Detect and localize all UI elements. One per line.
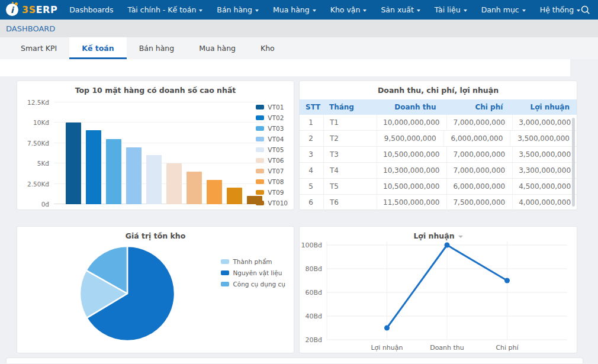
table-cell: 1 [300, 115, 323, 130]
nav-item-0[interactable]: Dashboards [69, 5, 113, 14]
pie-chart-legend: Thành phẩmNguyên vật liệuCông cụ dụng cụ [221, 258, 285, 288]
bar-VT03[interactable] [106, 139, 121, 204]
table-row[interactable]: 4T410,300,000,0007,000,000,0003,300,000,… [300, 163, 577, 179]
chevron-down-icon [255, 9, 259, 12]
legend-item-VT06[interactable]: VT06 [256, 157, 288, 164]
table-cell: 3,500,000,000 [510, 131, 577, 146]
table-cell: 4 [300, 163, 323, 178]
table-row[interactable]: 6T611,500,000,0007,500,000,0004,000,000,… [300, 195, 577, 211]
nav-item-1[interactable]: Tài chính - Kế toán [127, 5, 202, 14]
nav-item-label: Tài liệu [435, 5, 461, 14]
tab-3[interactable]: Mua hàng [187, 37, 248, 59]
legend-item-VT08[interactable]: VT08 [256, 178, 288, 185]
nav-item-5[interactable]: Sản xuất [381, 5, 420, 14]
table-row-partial [300, 211, 577, 217]
pie-chart [76, 243, 178, 344]
legend-swatch [221, 270, 229, 275]
legend-label: Công cụ dụng cụ [233, 281, 285, 288]
revenue-table: STTThángDoanh thuChi phíLợi nhuận 1T110,… [300, 99, 577, 217]
search-icon[interactable] [580, 5, 590, 15]
chevron-down-icon [522, 9, 526, 12]
table-header-cell[interactable]: Doanh thu [377, 99, 443, 115]
legend-item-VT07[interactable]: VT07 [256, 167, 288, 175]
nav-item-2[interactable]: Bán hàng [217, 5, 259, 14]
line-xtick-label: Doanh thu [430, 344, 464, 352]
table-cell: 3,300,000,000 [512, 163, 578, 178]
bar-VT02[interactable] [86, 130, 101, 204]
bar-VT05[interactable] [146, 155, 162, 204]
tab-0[interactable]: Smart KPI [8, 37, 69, 59]
legend-item-Nguyên vật liệu[interactable]: Nguyên vật liệu [221, 269, 285, 276]
chevron-down-icon [363, 9, 366, 12]
revenue-table-title: Doanh thu, chi phí, lợi nhuận [300, 86, 577, 95]
line-point-Chi phí[interactable] [504, 278, 510, 284]
legend-swatch [221, 282, 229, 286]
line-point-Doanh thu[interactable] [445, 243, 450, 248]
table-header-cell[interactable]: Chi phí [443, 99, 510, 115]
table-row[interactable]: 3T310,500,000,0007,000,000,0003,500,000,… [300, 147, 577, 163]
nav-item-8[interactable]: Hệ thống [540, 5, 580, 14]
nav-item-6[interactable]: Tài liệu [435, 5, 467, 14]
line-point-Lợi nhuận[interactable] [384, 326, 390, 331]
top-navbar: i 3SERP DashboardsTài chính - Kế toánBán… [0, 0, 598, 20]
line-ytick-label: 20Bđ [305, 336, 322, 344]
table-row[interactable]: 1T110,000,000,0007,000,000,0003,000,000,… [300, 115, 577, 131]
page-title: DASHBOARD [6, 24, 55, 33]
nav-item-4[interactable]: Kho vận [330, 5, 367, 14]
legend-item-Công cụ dụng cụ[interactable]: Công cụ dụng cụ [221, 281, 285, 288]
legend-label: VT04 [268, 136, 284, 143]
tab-1[interactable]: Kế toán [69, 37, 126, 59]
table-cell: T2 [323, 131, 377, 146]
nav-item-label: Bán hàng [217, 5, 252, 14]
legend-swatch [256, 158, 264, 163]
tab-4[interactable]: Kho [248, 37, 287, 59]
legend-item-VT01[interactable]: VT01 [256, 104, 288, 111]
brand-logo[interactable]: i 3SERP [6, 4, 57, 16]
nav-item-label: Kho vận [330, 5, 361, 14]
legend-item-VT09[interactable]: VT09 [256, 189, 288, 196]
table-row[interactable]: 5T510,500,000,0006,000,000,0004,500,000,… [300, 179, 577, 195]
bar-VT08[interactable] [207, 180, 222, 204]
table-cell [377, 211, 443, 218]
nav-item-3[interactable]: Mua hàng [273, 5, 316, 14]
table-cell: 5 [300, 179, 323, 194]
table-scrollbar[interactable] [572, 118, 575, 207]
legend-swatch [256, 147, 264, 152]
bar-ytick-label: 0đ [20, 201, 49, 208]
chevron-down-icon[interactable] [458, 236, 463, 238]
table-cell: 9,500,000,000 [377, 131, 443, 146]
legend-item-VT05[interactable]: VT05 [256, 146, 288, 153]
bar-series [66, 102, 266, 204]
table-cell: T5 [323, 179, 377, 194]
legend-item-Thành phẩm[interactable]: Thành phẩm [221, 258, 285, 265]
tab-2[interactable]: Bán hàng [127, 37, 187, 59]
bar-VT06[interactable] [166, 163, 182, 204]
table-row[interactable]: 2T29,500,000,0006,000,000,0003,500,000,0… [300, 131, 577, 147]
legend-swatch [221, 259, 229, 264]
table-header-cell[interactable]: STT [300, 99, 323, 115]
table-cell: 7,500,000,000 [446, 195, 512, 210]
legend-item-VT04[interactable]: VT04 [256, 136, 288, 143]
table-cell: 4,000,000,000 [512, 195, 578, 210]
legend-item-VT02[interactable]: VT02 [256, 114, 288, 121]
table-cell: 10,500,000,000 [377, 179, 446, 194]
bar-VT09[interactable] [227, 188, 242, 204]
bar-VT04[interactable] [126, 147, 142, 204]
table-cell: 7,000,000,000 [446, 115, 512, 130]
bar-VT01[interactable] [66, 123, 81, 204]
nav-item-label: Tài chính - Kế toán [127, 5, 196, 14]
bar-VT07[interactable] [187, 172, 202, 204]
legend-item-VT03[interactable]: VT03 [256, 125, 288, 132]
bar-chart-legend: VT01VT02VT03VT04VT05VT06VT07VT08VT09VT01… [256, 104, 288, 207]
table-body: 1T110,000,000,0007,000,000,0003,000,000,… [300, 115, 577, 217]
line-ytick-label: 100Bđ [301, 241, 322, 249]
table-header-cell[interactable]: Tháng [323, 99, 377, 115]
legend-item-VT010[interactable]: VT010 [256, 199, 288, 207]
legend-swatch [256, 137, 264, 141]
nav-item-7[interactable]: Danh mục [481, 5, 526, 14]
nav-item-label: Sản xuất [381, 5, 413, 14]
nav-menu: DashboardsTài chính - Kế toánBán hàngMua… [69, 5, 580, 14]
table-header-cell[interactable]: Lợi nhuận [510, 99, 577, 115]
panel-pie-chart: Giá trị tồn kho Thành phẩmNguyên vật liệ… [17, 226, 294, 353]
table-cell: 10,000,000,000 [377, 115, 446, 130]
